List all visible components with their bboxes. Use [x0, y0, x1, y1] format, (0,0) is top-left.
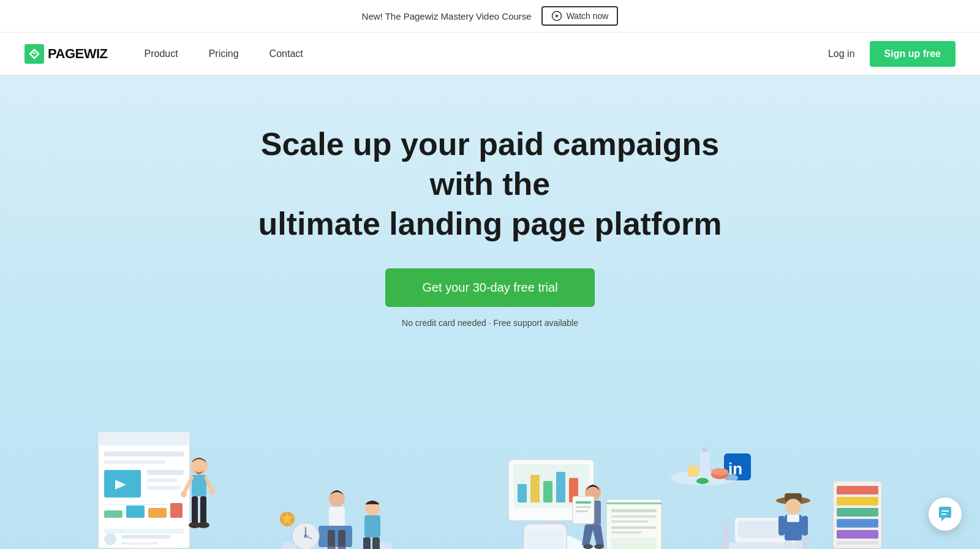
svg-rect-20 [170, 503, 183, 518]
svg-rect-71 [543, 481, 552, 502]
hero-illustration: ★★★★ [0, 358, 980, 549]
svg-rect-13 [147, 470, 184, 475]
svg-point-27 [181, 491, 187, 498]
svg-rect-10 [104, 460, 165, 464]
announcement-text: New! The Pagewiz Mastery Video Course [362, 11, 532, 21]
svg-rect-70 [530, 475, 540, 502]
svg-rect-98 [611, 537, 657, 549]
svg-rect-9 [104, 452, 184, 456]
signup-button[interactable]: Sign up free [870, 41, 956, 67]
svg-rect-151 [941, 513, 946, 515]
announcement-bar: New! The Pagewiz Mastery Video Course Wa… [0, 0, 980, 32]
svg-rect-140 [702, 447, 708, 452]
nav-right: Log in Sign up free [828, 41, 956, 67]
svg-point-144 [696, 478, 709, 484]
svg-rect-85 [573, 496, 594, 524]
svg-rect-18 [126, 505, 145, 518]
svg-rect-55 [372, 537, 380, 549]
svg-point-89 [583, 544, 593, 549]
svg-rect-48 [328, 530, 335, 548]
svg-rect-129 [837, 486, 878, 494]
logo-svg [28, 47, 41, 61]
svg-rect-87 [576, 506, 591, 508]
svg-rect-108 [723, 524, 729, 549]
nav-contact[interactable]: Contact [270, 48, 303, 59]
svg-point-45 [329, 491, 345, 507]
svg-rect-88 [576, 510, 588, 512]
svg-rect-47 [318, 526, 352, 547]
logo-link[interactable]: PAGEWIZ [24, 44, 108, 64]
svg-point-119 [785, 499, 801, 515]
svg-rect-96 [611, 526, 657, 529]
svg-rect-54 [363, 537, 371, 549]
svg-rect-24 [121, 542, 158, 545]
svg-rect-86 [576, 501, 591, 504]
svg-rect-125 [794, 540, 802, 549]
chat-button[interactable] [929, 498, 962, 531]
svg-rect-8 [98, 432, 190, 445]
svg-rect-93 [611, 509, 657, 512]
svg-rect-29 [192, 496, 198, 524]
svg-marker-3 [32, 52, 36, 54]
svg-rect-132 [837, 519, 878, 528]
svg-rect-26 [192, 475, 206, 496]
svg-rect-121 [787, 515, 799, 522]
svg-rect-123 [802, 516, 808, 536]
svg-rect-17 [104, 510, 123, 518]
svg-rect-49 [338, 530, 345, 548]
watch-now-button[interactable]: Watch now [541, 6, 619, 26]
navbar: PAGEWIZ Product Pricing Contact Log in S… [0, 32, 980, 75]
svg-marker-1 [556, 14, 559, 18]
hero-subtitle: No credit card needed · Free support ava… [402, 318, 578, 328]
svg-rect-14 [147, 479, 178, 482]
svg-point-28 [209, 488, 215, 494]
nav-links: Product Pricing Contact [145, 48, 828, 59]
hero-title: Scale up your paid campaigns with the ul… [245, 124, 735, 244]
nav-product[interactable]: Product [145, 48, 178, 59]
svg-rect-21 [104, 529, 184, 534]
hero-cta-button[interactable]: Get your 30-day free trial [385, 268, 594, 307]
play-icon [551, 10, 562, 21]
hero-section: Scale up your paid campaigns with the ul… [0, 75, 980, 549]
watch-now-label: Watch now [567, 11, 609, 21]
scene-svg: ★★★★ [0, 358, 980, 549]
svg-rect-23 [121, 535, 170, 539]
login-link[interactable]: Log in [828, 48, 855, 59]
svg-rect-53 [364, 515, 380, 537]
svg-rect-131 [837, 508, 878, 517]
svg-rect-133 [837, 530, 878, 539]
svg-rect-150 [941, 510, 949, 512]
svg-rect-95 [611, 520, 648, 523]
svg-rect-97 [611, 531, 642, 534]
svg-rect-134 [837, 541, 878, 545]
svg-rect-15 [147, 486, 181, 490]
logo-icon [24, 44, 44, 64]
svg-point-143 [711, 468, 728, 475]
svg-rect-77 [527, 530, 564, 549]
svg-point-32 [197, 522, 209, 528]
svg-rect-69 [518, 484, 527, 502]
svg-point-90 [594, 544, 604, 549]
svg-point-22 [104, 533, 116, 545]
svg-rect-19 [148, 508, 167, 518]
svg-rect-122 [778, 516, 785, 536]
chat-icon [937, 505, 954, 523]
svg-rect-130 [837, 497, 878, 505]
svg-rect-92 [606, 502, 662, 504]
svg-rect-30 [200, 496, 206, 524]
svg-rect-139 [700, 450, 710, 475]
svg-rect-141 [688, 466, 699, 477]
nav-pricing[interactable]: Pricing [209, 48, 239, 59]
logo-text: PAGEWIZ [48, 46, 108, 62]
svg-point-25 [190, 458, 208, 475]
svg-rect-72 [556, 472, 565, 502]
svg-rect-124 [785, 540, 792, 549]
svg-rect-94 [611, 515, 657, 518]
